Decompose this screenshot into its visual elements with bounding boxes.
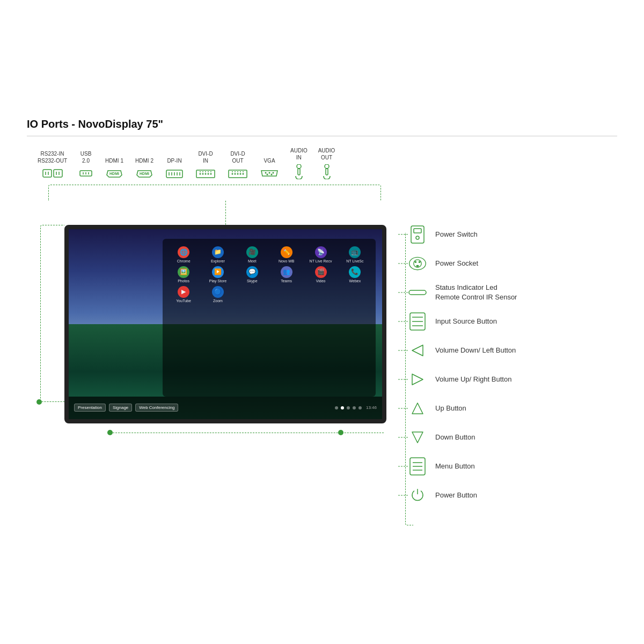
port-usb-label: USB 2.0 <box>80 150 92 164</box>
rs232-icon <box>42 167 63 179</box>
port-dvi-out: DVI-D OUT <box>227 150 248 179</box>
app-nt-screen: 📺 NT LiveSc <box>339 246 370 263</box>
svg-point-19 <box>200 173 201 175</box>
dot4 <box>353 406 356 409</box>
svg-point-56 <box>415 261 417 264</box>
port-hdmi2-label: HDMI 2 <box>135 157 153 164</box>
right-controls: Power Switch Power Socket <box>408 225 617 515</box>
svg-marker-64 <box>412 345 423 356</box>
port-vga: VGA <box>259 157 280 179</box>
port-dvi-in: DVI-D IN <box>195 150 216 179</box>
svg-point-21 <box>205 173 207 175</box>
svg-rect-1 <box>54 170 62 177</box>
port-hdmi2: HDMI 2 HDMI <box>135 157 154 179</box>
port-usb: USB 2.0 <box>78 150 94 179</box>
power-switch-icon <box>408 225 427 244</box>
svg-point-42 <box>273 172 274 174</box>
svg-point-33 <box>240 173 241 175</box>
svg-point-25 <box>202 171 203 172</box>
version-text: 13:46 <box>366 405 377 410</box>
svg-marker-65 <box>412 374 423 385</box>
divider <box>27 136 617 136</box>
app-youtube: ▶ YouTube <box>168 286 199 303</box>
svg-point-30 <box>232 173 233 175</box>
port-rs232-label: RS232-IN RS232-OUT <box>38 150 67 164</box>
svg-point-44 <box>271 174 273 175</box>
dot1 <box>335 406 338 409</box>
btn-conferencing: Web Conferencing <box>135 404 178 412</box>
svg-point-26 <box>205 171 206 172</box>
power-socket-icon <box>408 254 427 273</box>
left-connector <box>27 225 64 423</box>
dp-icon <box>165 167 184 179</box>
svg-point-40 <box>265 172 267 174</box>
port-rs232: RS232-IN RS232-OUT <box>38 150 67 179</box>
svg-point-22 <box>208 173 209 175</box>
app-photos: 🖼️ Photos <box>168 266 199 283</box>
port-audio-out-label: AUDIO OUT <box>318 147 335 161</box>
svg-point-43 <box>267 174 268 175</box>
svg-point-45 <box>297 164 301 169</box>
dvi-out-icon <box>227 167 248 179</box>
port-dp: DP-IN <box>165 157 184 179</box>
svg-point-32 <box>237 173 239 175</box>
menu-icon <box>408 457 427 476</box>
svg-text:HDMI: HDMI <box>109 172 119 175</box>
input-source-icon <box>408 312 427 331</box>
input-source-label: Input Source Button <box>435 317 497 326</box>
port-hdmi1: HDMI 1 HDMI <box>105 157 124 179</box>
svg-point-34 <box>243 173 244 175</box>
connector-dot-down <box>398 437 408 438</box>
btn-signage: Signage <box>109 404 132 412</box>
svg-rect-52 <box>414 229 421 233</box>
connector-dot-power-switch <box>398 234 408 235</box>
hdmi1-icon: HDMI <box>105 167 124 179</box>
triangle-left-icon <box>408 341 427 360</box>
app-overlay: 🌐 Chrome 📁 Explorer <box>163 239 376 397</box>
usb-icon <box>78 167 94 179</box>
svg-text:HDMI: HDMI <box>140 172 149 175</box>
monitor: 🌐 Chrome 📁 Explorer <box>64 225 386 423</box>
left-dashed-line <box>40 225 64 402</box>
triangle-down-icon <box>408 428 427 447</box>
svg-point-57 <box>419 261 421 264</box>
control-down-button: Down Button <box>408 428 617 447</box>
connector-dot-menu <box>398 466 408 467</box>
triangle-up-icon <box>408 399 427 418</box>
svg-rect-59 <box>409 290 426 295</box>
connector-dot-vol-down <box>398 350 408 351</box>
audio-out-icon <box>321 164 332 179</box>
vga-icon <box>259 167 280 179</box>
dot2 <box>341 406 344 409</box>
volume-down-label: Volume Down/ Left Button <box>435 346 516 355</box>
port-audio-out: AUDIO OUT <box>318 147 335 179</box>
svg-point-39 <box>243 171 244 172</box>
io-ports-row: RS232-IN RS232-OUT USB 2.0 <box>38 147 617 179</box>
power-button-label: Power Button <box>435 491 477 500</box>
control-power-socket: Power Socket <box>408 254 617 273</box>
port-audio-in-label: AUDIO IN <box>290 147 308 161</box>
app-grid: 🌐 Chrome 📁 Explorer <box>168 246 370 303</box>
svg-rect-0 <box>43 170 52 177</box>
app-playstore: ▶️ Play Store <box>202 266 233 283</box>
main-area: 🌐 Chrome 📁 Explorer <box>27 225 617 515</box>
svg-point-58 <box>416 265 419 267</box>
control-status-led: Status Indicator LedRemote Control IR Se… <box>408 283 617 302</box>
connector-dot-led <box>398 292 408 293</box>
power-button-icon <box>408 486 427 505</box>
power-switch-label: Power Switch <box>435 230 478 239</box>
control-menu-button: Menu Button <box>408 457 617 476</box>
page-container: IO Ports - NovoDisplay 75" RS232-IN RS23… <box>0 0 644 536</box>
svg-point-54 <box>409 257 426 269</box>
svg-rect-49 <box>326 169 328 175</box>
app-meet: 🎥 Meet <box>237 246 268 263</box>
hdmi2-icon: HDMI <box>135 167 154 179</box>
power-socket-label: Power Socket <box>435 259 478 268</box>
control-volume-up: Volume Up/ Right Button <box>408 370 617 389</box>
app-teams: 👥 Teams <box>271 266 302 283</box>
control-power-switch: Power Switch <box>408 225 617 244</box>
svg-point-31 <box>235 173 236 175</box>
svg-point-35 <box>232 171 233 172</box>
left-dot <box>36 399 42 405</box>
svg-point-37 <box>237 171 238 172</box>
